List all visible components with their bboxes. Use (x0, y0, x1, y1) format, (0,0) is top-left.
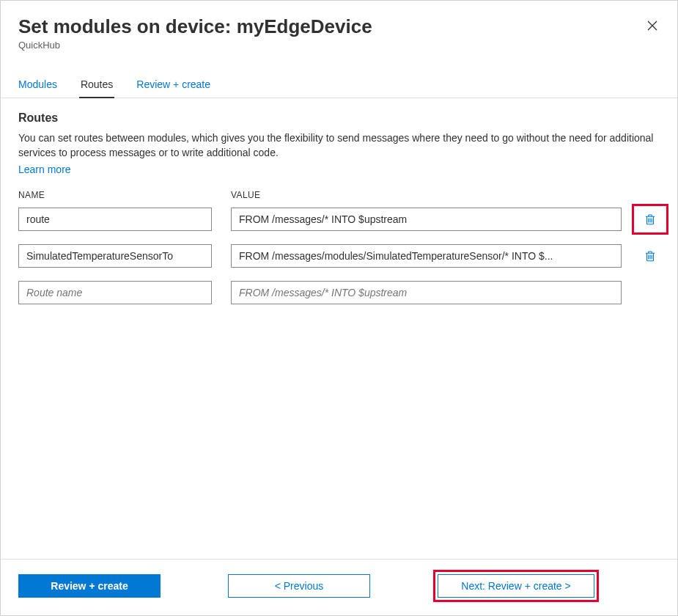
tab-routes[interactable]: Routes (81, 73, 113, 98)
route-name-input-empty[interactable] (18, 281, 212, 304)
route-row (18, 208, 660, 231)
route-value-input[interactable] (231, 244, 622, 268)
tabs: Modules Routes Review + create (1, 73, 677, 98)
trash-icon (644, 249, 657, 263)
trash-icon (644, 213, 657, 226)
route-name-input[interactable] (18, 208, 212, 231)
previous-button[interactable]: < Previous (228, 574, 370, 598)
review-create-button[interactable]: Review + create (18, 574, 161, 598)
route-row (18, 244, 660, 268)
next-button[interactable]: Next: Review + create > (438, 574, 594, 598)
route-name-input[interactable] (18, 244, 212, 268)
delete-route-button[interactable] (641, 213, 660, 226)
section-title: Routes (18, 111, 660, 125)
tab-review-create[interactable]: Review + create (136, 73, 210, 98)
tab-modules[interactable]: Modules (18, 73, 57, 98)
close-icon (646, 20, 658, 32)
column-header-value: VALUE (231, 190, 622, 200)
close-button[interactable] (644, 17, 661, 37)
route-value-input[interactable] (231, 208, 622, 231)
delete-route-button[interactable] (641, 249, 660, 263)
learn-more-link[interactable]: Learn more (18, 164, 71, 175)
route-value-input-empty[interactable] (231, 281, 622, 304)
column-header-name: NAME (18, 190, 212, 200)
section-description: You can set routes between modules, whic… (18, 131, 660, 161)
hub-name: QuickHub (18, 40, 660, 51)
route-row-new (18, 281, 660, 304)
page-title: Set modules on device: myEdgeDevice (18, 15, 660, 38)
